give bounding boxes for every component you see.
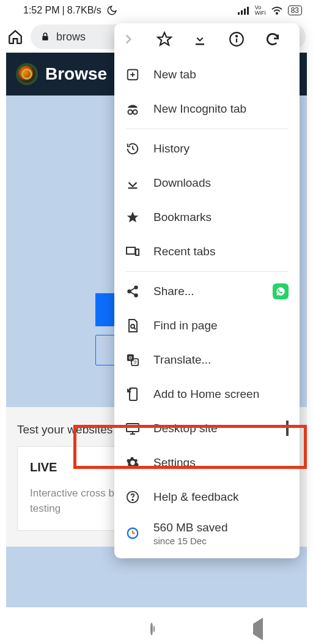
- svg-text:文: 文: [133, 359, 138, 365]
- menu-data-saved[interactable]: 560 MB saved since 15 Dec: [114, 514, 300, 552]
- browserstack-logo-icon: [16, 63, 38, 85]
- browser-overflow-menu: New tab New Incognito tab History Downlo…: [114, 23, 300, 558]
- menu-label: Recent tabs: [153, 245, 215, 258]
- svg-point-37: [132, 500, 133, 501]
- menu-help[interactable]: Help & feedback: [114, 480, 300, 514]
- url-text: brows: [56, 31, 86, 43]
- svg-line-27: [134, 328, 136, 329]
- share-icon: [125, 285, 140, 298]
- menu-label: Downloads: [153, 176, 211, 190]
- bookmarks-icon: [125, 211, 140, 224]
- home-icon[interactable]: [7, 29, 23, 45]
- menu-label: Add to Home screen: [153, 388, 259, 401]
- menu-bookmarks[interactable]: Bookmarks: [114, 200, 300, 234]
- menu-label: Help & feedback: [153, 490, 238, 504]
- menu-label: History: [153, 142, 190, 155]
- add-home-icon: [125, 387, 140, 402]
- signal-icon: [238, 6, 250, 15]
- whatsapp-share-icon[interactable]: [273, 283, 289, 299]
- annotation-highlight: [73, 425, 307, 469]
- svg-marker-6: [158, 32, 171, 45]
- find-icon: [125, 318, 140, 333]
- status-time: 1:52 PM: [23, 5, 60, 16]
- android-nav-bar: [0, 615, 313, 644]
- status-bar: 1:52 PM | 8.7KB/s VoWiFi 83: [0, 0, 313, 21]
- help-icon: [125, 490, 140, 504]
- svg-rect-19: [127, 247, 135, 254]
- data-saver-icon: [125, 526, 140, 540]
- wifi-icon: [271, 6, 283, 15]
- svg-point-4: [276, 13, 277, 14]
- status-net-speed: 8.7KB/s: [67, 5, 101, 16]
- menu-history[interactable]: History: [114, 132, 300, 166]
- svg-rect-3: [247, 7, 249, 15]
- menu-incognito[interactable]: New Incognito tab: [114, 92, 300, 126]
- svg-marker-18: [127, 212, 138, 222]
- svg-point-15: [133, 110, 138, 114]
- status-right: VoWiFi 83: [238, 5, 302, 16]
- history-icon: [125, 142, 140, 155]
- nav-back-button[interactable]: [253, 624, 263, 635]
- vowifi-label: VoWiFi: [255, 5, 266, 16]
- svg-point-14: [128, 110, 133, 114]
- menu-label: New Incognito tab: [153, 102, 246, 116]
- bookmark-star-icon[interactable]: [156, 31, 186, 47]
- incognito-icon: [125, 102, 140, 116]
- lock-icon: [40, 31, 50, 42]
- battery-indicator: 83: [288, 6, 302, 15]
- data-saved-text: 560 MB saved since 15 Dec: [153, 521, 227, 546]
- menu-label: Share...: [153, 285, 194, 298]
- menu-label: New tab: [153, 68, 196, 81]
- svg-rect-1: [241, 10, 243, 15]
- svg-rect-20: [136, 249, 139, 255]
- dnd-icon: [106, 5, 117, 16]
- menu-find-in-page[interactable]: Find in page: [114, 309, 300, 343]
- recent-tabs-icon: [125, 245, 140, 258]
- menu-divider: [125, 129, 289, 129]
- svg-line-25: [130, 292, 134, 295]
- status-left: 1:52 PM | 8.7KB/s: [23, 5, 117, 16]
- downloads-icon: [125, 176, 140, 190]
- menu-add-to-home[interactable]: Add to Home screen: [114, 377, 300, 411]
- svg-rect-0: [238, 12, 240, 15]
- new-tab-icon: [125, 68, 140, 81]
- menu-translate[interactable]: G文 Translate...: [114, 343, 300, 377]
- info-icon[interactable]: [229, 31, 258, 47]
- svg-rect-5: [42, 36, 48, 40]
- menu-recent-tabs[interactable]: Recent tabs: [114, 234, 300, 269]
- reload-icon[interactable]: [265, 31, 294, 47]
- svg-line-24: [130, 288, 134, 291]
- svg-rect-2: [244, 9, 246, 15]
- svg-rect-7: [196, 43, 204, 45]
- menu-downloads[interactable]: Downloads: [114, 166, 300, 200]
- site-title: Browse: [45, 64, 107, 84]
- menu-share[interactable]: Share...: [114, 274, 300, 309]
- menu-label: Find in page: [153, 319, 218, 332]
- menu-divider: [125, 271, 289, 272]
- menu-new-tab[interactable]: New tab: [114, 58, 300, 92]
- menu-label: Bookmarks: [153, 211, 212, 224]
- svg-rect-32: [130, 388, 137, 400]
- svg-point-10: [235, 36, 237, 37]
- menu-label: Translate...: [153, 353, 211, 367]
- translate-icon: G文: [125, 353, 140, 367]
- download-icon[interactable]: [193, 32, 222, 47]
- forward-icon[interactable]: [120, 31, 150, 47]
- menu-quick-actions: [114, 23, 300, 55]
- nav-home-button[interactable]: [150, 624, 153, 635]
